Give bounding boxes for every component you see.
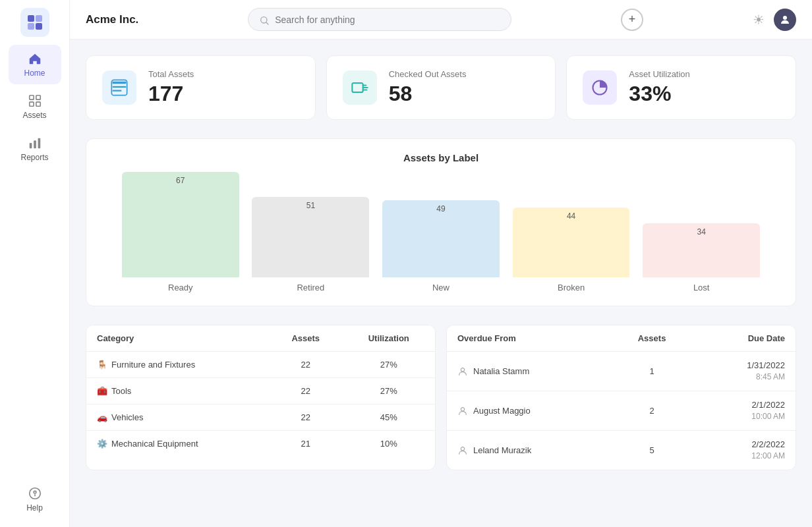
- svg-rect-5: [29, 102, 33, 106]
- bar-retired: 51: [252, 197, 369, 277]
- sidebar-bottom: Help: [9, 480, 61, 519]
- category-table-card: Category Assets Utilization 🪑Furniture a…: [86, 325, 436, 470]
- main-content: Acme Inc. + ☀: [70, 0, 812, 527]
- svg-rect-0: [28, 15, 34, 22]
- total-assets-info: Total Assets 177: [148, 69, 194, 106]
- chart-section: Assets by Label 67 Ready 51 Retired 4: [86, 138, 796, 306]
- svg-rect-14: [113, 82, 127, 84]
- svg-rect-18: [352, 83, 362, 92]
- chart-title: Assets by Label: [102, 152, 780, 163]
- svg-rect-9: [34, 140, 36, 148]
- bar-label-broken: Broken: [558, 283, 585, 292]
- table-row: ⚙️Mechanical Equipment 21 10%: [86, 431, 435, 457]
- bar-col-retired: 51 Retired: [246, 172, 376, 292]
- checked-out-info: Checked Out Assets 58: [389, 69, 467, 106]
- svg-point-22: [461, 447, 464, 451]
- checked-out-label: Checked Out Assets: [389, 69, 467, 79]
- total-assets-icon: [102, 70, 136, 105]
- utilization-label: Asset Utilization: [629, 69, 689, 79]
- overdue-person: Leland Murazik: [447, 430, 610, 469]
- sidebar-item-home[interactable]: Home: [9, 45, 61, 84]
- svg-rect-6: [36, 96, 40, 99]
- table-row: August Maggio 2 2/1/2022 10:00 AM: [447, 391, 796, 430]
- table-row: Leland Murazik 5 2/2/2022 12:00 AM: [447, 430, 796, 469]
- bar-label-retired: Retired: [297, 283, 324, 292]
- person-icon: [457, 365, 468, 377]
- category-name: 🚗Vehicles: [86, 404, 269, 431]
- search-icon: [259, 13, 270, 25]
- checked-out-value: 58: [389, 82, 467, 106]
- overdue-person: August Maggio: [447, 391, 610, 430]
- stat-card-checked-out: Checked Out Assets 58: [326, 55, 556, 120]
- bar-col-broken: 44 Broken: [506, 172, 637, 292]
- svg-rect-15: [113, 86, 127, 88]
- overdue-table: Overdue From Assets Due Date: [447, 325, 796, 470]
- category-assets: 22: [269, 378, 342, 404]
- search-input[interactable]: [275, 14, 500, 25]
- bar-label-lost: Lost: [693, 283, 710, 292]
- person-icon: [457, 444, 468, 456]
- svg-rect-16: [113, 90, 122, 92]
- col-category: Category: [86, 325, 269, 352]
- user-avatar[interactable]: [774, 9, 796, 31]
- sidebar: Home Assets Reports Help: [0, 0, 70, 527]
- category-utilization: 10%: [342, 431, 435, 457]
- col-utilization: Utilization: [342, 325, 435, 352]
- category-utilization: 27%: [342, 352, 435, 378]
- sidebar-help-label: Help: [26, 503, 43, 513]
- overdue-assets: 5: [610, 430, 694, 469]
- svg-point-20: [461, 368, 464, 372]
- col-overdue-from: Overdue From: [447, 325, 610, 352]
- svg-rect-3: [36, 23, 42, 30]
- bar-label-new: New: [432, 283, 450, 292]
- bar-new: 49: [382, 200, 500, 277]
- overdue-table-card: Overdue From Assets Due Date: [446, 325, 796, 470]
- utilization-info: Asset Utilization 33%: [629, 69, 689, 106]
- col-assets: Assets: [269, 325, 342, 352]
- sidebar-reports-label: Reports: [20, 153, 48, 162]
- sidebar-item-help[interactable]: Help: [9, 480, 61, 519]
- app-logo: [20, 8, 49, 37]
- svg-point-21: [461, 408, 464, 411]
- stat-card-total-assets: Total Assets 177: [86, 55, 316, 120]
- bar-broken: 44: [513, 208, 630, 277]
- svg-rect-1: [36, 15, 42, 22]
- overdue-assets: 2: [610, 391, 694, 430]
- category-assets: 22: [269, 404, 342, 431]
- page-content: Total Assets 177 Checked Out Assets 58: [70, 40, 812, 527]
- category-utilization: 27%: [342, 378, 435, 404]
- add-button[interactable]: +: [621, 9, 643, 31]
- svg-point-13: [783, 16, 787, 20]
- table-row: 🚗Vehicles 22 45%: [86, 404, 435, 431]
- category-utilization: 45%: [342, 404, 435, 431]
- table-row: Natalia Stamm 1 1/31/2022 8:45 AM: [447, 352, 796, 391]
- overdue-assets: 1: [610, 352, 694, 391]
- search-bar[interactable]: [248, 8, 511, 30]
- category-table: Category Assets Utilization 🪑Furniture a…: [86, 325, 435, 457]
- theme-toggle-icon[interactable]: ☀: [753, 12, 765, 28]
- due-date: 2/1/2022 10:00 AM: [694, 391, 796, 430]
- category-name: ⚙️Mechanical Equipment: [86, 431, 269, 457]
- bar-label-ready: Ready: [168, 283, 193, 292]
- utilization-icon: [583, 70, 617, 105]
- total-assets-label: Total Assets: [148, 69, 194, 79]
- stat-card-utilization: Asset Utilization 33%: [566, 55, 796, 120]
- utilization-value: 33%: [629, 82, 689, 106]
- overdue-person: Natalia Stamm: [447, 352, 610, 391]
- checked-out-icon: [343, 70, 377, 105]
- svg-rect-4: [29, 96, 33, 99]
- table-row: 🧰Tools 22 27%: [86, 378, 435, 404]
- category-assets: 21: [269, 431, 342, 457]
- svg-rect-8: [29, 143, 32, 148]
- svg-rect-7: [36, 102, 40, 106]
- due-date: 2/2/2022 12:00 AM: [694, 430, 796, 469]
- sidebar-item-reports[interactable]: Reports: [9, 129, 61, 169]
- sidebar-item-assets[interactable]: Assets: [9, 87, 61, 126]
- total-assets-value: 177: [148, 82, 194, 106]
- sidebar-assets-label: Assets: [22, 111, 46, 120]
- category-name: 🧰Tools: [86, 378, 269, 404]
- bar-col-new: 49 New: [376, 172, 506, 292]
- topbar: Acme Inc. + ☀: [70, 0, 812, 40]
- bar-col-lost: 34 Lost: [636, 172, 767, 292]
- svg-rect-2: [28, 23, 34, 30]
